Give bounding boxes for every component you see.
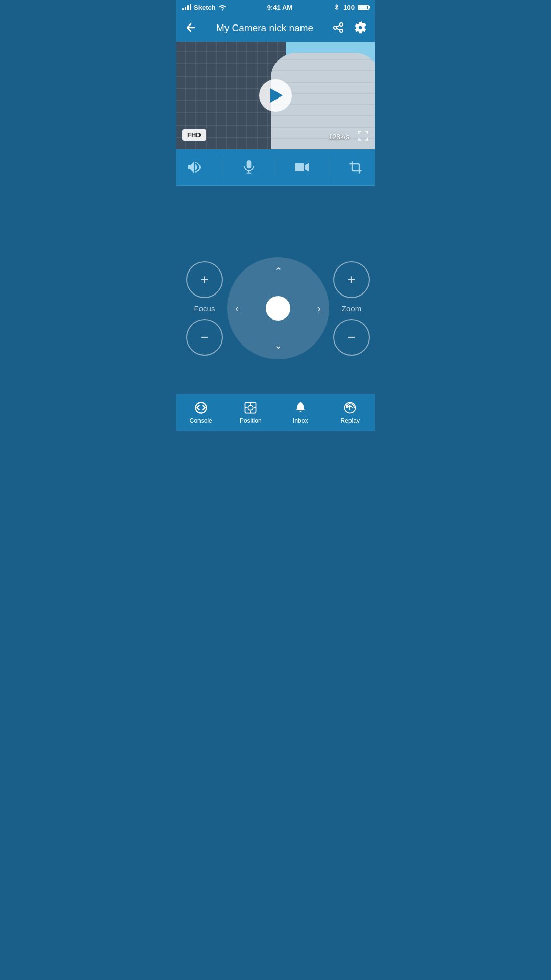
bluetooth-icon <box>333 4 340 11</box>
zoom-minus-icon: − <box>347 329 356 346</box>
controls-bar <box>176 149 375 186</box>
zoom-minus-button[interactable]: − <box>333 319 370 356</box>
back-arrow-icon <box>184 22 197 33</box>
settings-button[interactable] <box>354 21 367 36</box>
signal-bar-2 <box>185 7 186 10</box>
focus-minus-button[interactable]: − <box>186 319 223 356</box>
arrow-right-icon[interactable]: › <box>317 303 321 314</box>
camera-title: My Camera nick name <box>216 22 313 34</box>
zoom-plus-icon: + <box>347 272 356 288</box>
inbox-label: Inbox <box>293 417 308 424</box>
signal-bar-4 <box>190 4 191 10</box>
signal-bar-3 <box>187 5 189 10</box>
bitrate-badge: 128k/s <box>329 133 349 141</box>
nav-position[interactable]: Position <box>230 401 271 424</box>
joystick-wrapper: ⌃ ‹ › ⌄ <box>227 257 329 359</box>
focus-controls: + Focus − <box>186 261 223 356</box>
crop-button[interactable] <box>343 155 368 180</box>
focus-label: Focus <box>194 304 215 313</box>
joystick[interactable]: ⌃ ‹ › ⌄ <box>227 257 329 359</box>
main-content: FHD 128k/s <box>176 42 375 431</box>
arrow-left-icon[interactable]: ‹ <box>235 303 239 314</box>
console-icon <box>194 401 208 415</box>
battery-icon <box>358 5 369 10</box>
signal-bar-1 <box>182 8 184 10</box>
signal-bars <box>182 4 191 10</box>
app-header: My Camera nick name <box>176 14 375 42</box>
nav-replay[interactable]: Replay <box>330 401 370 424</box>
header-icons <box>332 21 367 36</box>
divider-3 <box>329 157 329 178</box>
position-label: Position <box>240 417 262 424</box>
record-icon <box>294 161 310 174</box>
status-left: Sketch <box>182 4 227 11</box>
joystick-center[interactable] <box>266 296 290 321</box>
divider-1 <box>222 157 222 178</box>
zoom-plus-button[interactable]: + <box>333 261 370 298</box>
gear-icon <box>354 21 367 34</box>
replay-icon <box>343 401 357 415</box>
fullscreen-button[interactable] <box>357 129 370 144</box>
svg-point-8 <box>248 405 253 410</box>
replay-label: Replay <box>341 417 360 424</box>
video-area: FHD 128k/s <box>176 42 375 149</box>
console-label: Console <box>190 417 212 424</box>
share-button[interactable] <box>332 22 344 35</box>
app-root: Sketch 9:41 AM 100 My Camera nick name <box>176 0 375 431</box>
svg-line-4 <box>337 28 340 30</box>
share-icon <box>332 22 344 33</box>
zoom-label: Zoom <box>342 304 361 313</box>
svg-rect-5 <box>295 163 304 172</box>
bottom-nav: Console Position Inbox <box>176 394 375 431</box>
status-bar: Sketch 9:41 AM 100 <box>176 0 375 14</box>
play-button[interactable] <box>259 79 292 112</box>
record-button[interactable] <box>289 155 315 180</box>
microphone-icon <box>242 160 256 175</box>
position-icon <box>243 401 258 415</box>
play-icon <box>270 88 283 103</box>
back-button[interactable] <box>184 22 197 35</box>
svg-point-1 <box>334 26 337 29</box>
focus-minus-icon: − <box>201 329 209 346</box>
fhd-badge: FHD <box>182 129 206 141</box>
svg-point-2 <box>340 29 343 32</box>
speaker-button[interactable] <box>183 155 208 180</box>
svg-line-3 <box>337 25 340 27</box>
nav-inbox[interactable]: Inbox <box>280 401 321 424</box>
status-right: 100 <box>333 4 369 11</box>
svg-marker-6 <box>305 163 309 172</box>
status-time: 9:41 AM <box>267 4 292 11</box>
speaker-icon <box>188 160 203 175</box>
svg-point-0 <box>340 23 343 26</box>
battery-fill <box>359 6 367 9</box>
bell-icon <box>294 401 307 415</box>
battery-percent: 100 <box>343 4 355 11</box>
crop-icon <box>348 160 363 175</box>
divider-2 <box>275 157 276 178</box>
microphone-button[interactable] <box>236 155 262 180</box>
focus-plus-icon: + <box>201 272 209 288</box>
wifi-icon <box>218 4 227 11</box>
focus-plus-button[interactable]: + <box>186 261 223 298</box>
nav-console[interactable]: Console <box>181 401 221 424</box>
carrier-name: Sketch <box>194 4 216 11</box>
arrow-up-icon[interactable]: ⌃ <box>274 265 283 278</box>
fullscreen-icon <box>357 129 370 142</box>
zoom-controls: + Zoom − <box>333 261 370 356</box>
arrow-down-icon[interactable]: ⌄ <box>274 339 283 351</box>
